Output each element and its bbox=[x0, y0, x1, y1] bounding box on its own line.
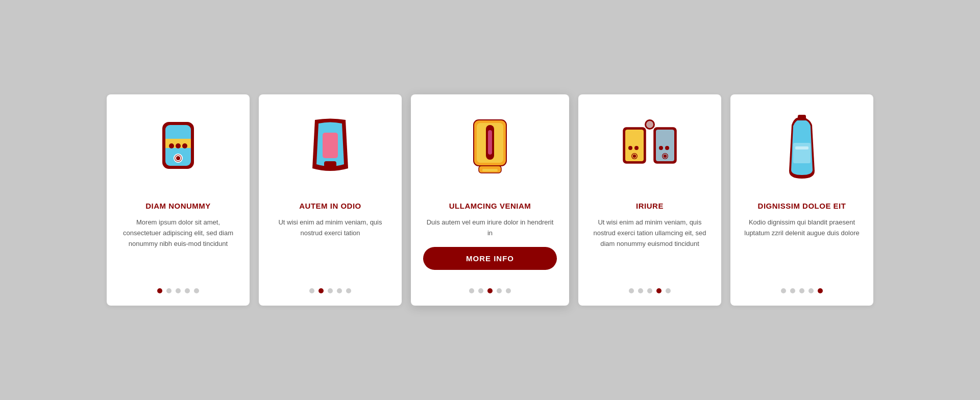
dot-3-2 bbox=[487, 288, 493, 293]
cards-container: DIAM NONUMMY Morem ipsum dolor sit amet,… bbox=[86, 74, 894, 326]
svg-point-5 bbox=[182, 143, 187, 148]
card-1-title: DIAM NONUMMY bbox=[145, 202, 211, 210]
card-1-text: Morem ipsum dolor sit amet, consectetuer… bbox=[119, 217, 237, 278]
svg-point-26 bbox=[665, 146, 669, 150]
dot-2-3 bbox=[337, 288, 342, 293]
svg-point-4 bbox=[176, 143, 181, 148]
dot-1-0 bbox=[157, 288, 162, 293]
svg-point-20 bbox=[634, 146, 639, 150]
svg-rect-34 bbox=[797, 118, 807, 120]
device-icon-4 bbox=[619, 117, 680, 184]
card-5-icon-area bbox=[784, 110, 820, 191]
svg-rect-10 bbox=[318, 123, 342, 133]
dot-1-3 bbox=[185, 288, 190, 293]
dot-5-3 bbox=[808, 288, 814, 293]
card-5-text: Kodio dignissim qui blandit praesent lup… bbox=[743, 217, 861, 278]
card-4-icon-area bbox=[619, 110, 680, 191]
card-4-dots bbox=[629, 288, 671, 293]
svg-point-25 bbox=[659, 146, 663, 150]
dot-5-2 bbox=[799, 288, 804, 293]
card-3-title: ULLAMCING VENIAM bbox=[449, 202, 531, 210]
dot-1-2 bbox=[176, 288, 181, 293]
more-info-button[interactable]: MORE INFO bbox=[423, 247, 557, 270]
card-4-title: IRIURE bbox=[636, 202, 664, 210]
card-ullamcing-veniam: ULLAMCING VENIAM Duis autem vel eum iriu… bbox=[411, 94, 569, 306]
device-icon-2 bbox=[307, 117, 353, 184]
dot-2-4 bbox=[346, 288, 351, 293]
dot-3-3 bbox=[497, 288, 502, 293]
svg-rect-14 bbox=[488, 130, 492, 155]
dot-2-0 bbox=[309, 288, 314, 293]
dot-4-3 bbox=[656, 288, 662, 293]
card-3-text: Duis autem vel eum iriure dolor in hendr… bbox=[423, 217, 557, 239]
dot-5-4 bbox=[818, 288, 823, 293]
card-5-title: DIGNISSIM DOLOE EIT bbox=[758, 202, 846, 210]
card-iriure: IRIURE Ut wisi enim ad minim veniam, qui… bbox=[578, 94, 721, 306]
card-3-icon-area bbox=[464, 110, 516, 191]
card-1-icon-area bbox=[153, 110, 204, 191]
device-icon-3 bbox=[464, 115, 516, 186]
card-5-dots bbox=[781, 288, 823, 293]
card-4-text: Ut wisi enim ad minim veniam, quis nostr… bbox=[591, 217, 709, 278]
card-autem-in-odio: AUTEM IN ODIO Ut wisi enim ad minim veni… bbox=[259, 94, 402, 306]
svg-rect-8 bbox=[323, 133, 338, 158]
dot-2-2 bbox=[328, 288, 333, 293]
dot-4-0 bbox=[629, 288, 634, 293]
svg-rect-31 bbox=[793, 143, 811, 163]
dot-4-4 bbox=[666, 288, 671, 293]
card-diam-nonummy: DIAM NONUMMY Morem ipsum dolor sit amet,… bbox=[107, 94, 250, 306]
card-2-dots bbox=[309, 288, 351, 293]
dot-2-1 bbox=[318, 288, 324, 293]
card-2-text: Ut wisi enim ad minim veniam, quis nostr… bbox=[271, 217, 389, 278]
card-3-dots bbox=[469, 288, 511, 293]
svg-point-3 bbox=[169, 143, 174, 148]
device-icon-1 bbox=[153, 117, 204, 184]
card-2-icon-area bbox=[307, 110, 353, 191]
dot-1-4 bbox=[194, 288, 199, 293]
card-2-title: AUTEM IN ODIO bbox=[299, 202, 361, 210]
svg-rect-32 bbox=[795, 146, 808, 149]
dot-4-2 bbox=[647, 288, 652, 293]
dot-1-1 bbox=[166, 288, 172, 293]
svg-rect-9 bbox=[324, 161, 336, 167]
svg-rect-16 bbox=[482, 169, 498, 171]
dot-3-4 bbox=[506, 288, 511, 293]
card-1-dots bbox=[157, 288, 199, 293]
dot-5-1 bbox=[790, 288, 795, 293]
svg-point-19 bbox=[628, 146, 632, 150]
dot-3-0 bbox=[469, 288, 474, 293]
dot-5-0 bbox=[781, 288, 786, 293]
device-icon-5 bbox=[784, 115, 820, 186]
dot-3-1 bbox=[478, 288, 483, 293]
card-dignissim: DIGNISSIM DOLOE EIT Kodio dignissim qui … bbox=[730, 94, 873, 306]
svg-point-30 bbox=[646, 121, 653, 128]
dot-4-1 bbox=[638, 288, 643, 293]
